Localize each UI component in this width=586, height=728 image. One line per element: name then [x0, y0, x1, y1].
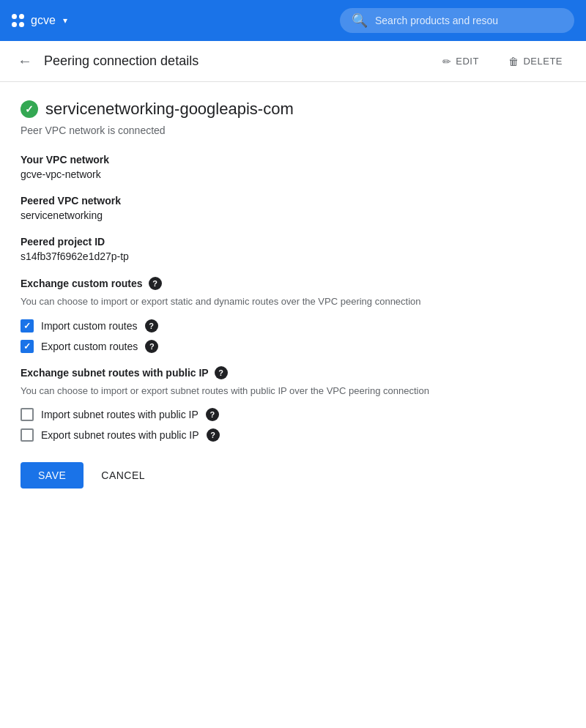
trash-icon — [508, 56, 519, 67]
custom-routes-help-icon[interactable]: ? — [149, 277, 162, 290]
search-bar[interactable]: 🔍 Search products and resou — [340, 8, 574, 33]
export-custom-routes-checkbox[interactable]: ✓ — [21, 340, 34, 353]
product-name: gcve — [31, 14, 56, 27]
export-custom-routes-check: ✓ — [23, 341, 31, 352]
peered-project-id-label: Peered project ID — [21, 236, 565, 248]
page-title: Peering connection details — [44, 53, 425, 69]
export-subnet-routes-row: Export subnet routes with public IP ? — [21, 428, 565, 442]
custom-routes-desc: You can choose to import or export stati… — [21, 294, 565, 309]
custom-routes-title-row: Exchange custom routes ? — [21, 277, 565, 290]
your-vpc-label: Your VPC network — [21, 154, 565, 166]
subnet-routes-title: Exchange subnet routes with public IP — [21, 367, 209, 379]
field-your-vpc: Your VPC network gcve-vpc-network — [21, 154, 565, 180]
action-bar: SAVE CANCEL — [21, 462, 565, 489]
export-subnet-routes-checkbox[interactable] — [21, 428, 34, 442]
cancel-button[interactable]: CANCEL — [95, 462, 151, 489]
resource-status: Peer VPC network is connected — [21, 125, 565, 136]
resource-title-row: servicenetworking-googleapis-com — [21, 100, 565, 119]
export-subnet-routes-help-icon[interactable]: ? — [207, 428, 220, 442]
import-subnet-routes-checkbox[interactable] — [21, 408, 34, 421]
subnet-routes-help-icon[interactable]: ? — [215, 366, 228, 379]
field-peered-project-id: Peered project ID s14fb37f6962e1d27p-tp — [21, 236, 565, 262]
app-logo[interactable]: gcve ▾ — [12, 14, 67, 27]
your-vpc-value: gcve-vpc-network — [21, 168, 565, 180]
peered-vpc-label: Peered VPC network — [21, 195, 565, 207]
status-connected-icon — [21, 100, 38, 118]
import-subnet-routes-help-icon[interactable]: ? — [206, 408, 219, 421]
export-custom-routes-help-icon[interactable]: ? — [145, 340, 158, 353]
resource-name: servicenetworking-googleapis-com — [45, 100, 294, 119]
import-custom-routes-help-icon[interactable]: ? — [145, 319, 158, 333]
export-custom-routes-label: Export custom routes — [41, 341, 138, 352]
edit-label: EDIT — [456, 56, 479, 67]
pencil-icon — [442, 56, 452, 67]
export-custom-routes-row: ✓ Export custom routes ? — [21, 340, 565, 353]
field-peered-vpc: Peered VPC network servicenetworking — [21, 195, 565, 221]
header-actions: EDIT DELETE — [437, 53, 568, 70]
import-subnet-routes-label: Import subnet routes with public IP — [41, 409, 199, 420]
search-placeholder-text: Search products and resou — [375, 15, 498, 26]
delete-button[interactable]: DELETE — [502, 53, 568, 70]
import-custom-routes-check: ✓ — [23, 321, 31, 331]
top-bar: gcve ▾ 🔍 Search products and resou — [0, 0, 586, 41]
export-subnet-routes-label: Export subnet routes with public IP — [41, 429, 199, 441]
logo-dots-icon — [12, 14, 25, 27]
import-custom-routes-label: Import custom routes — [41, 320, 138, 332]
subnet-routes-title-row: Exchange subnet routes with public IP ? — [21, 366, 565, 379]
custom-routes-title: Exchange custom routes — [21, 278, 143, 289]
import-subnet-routes-row: Import subnet routes with public IP ? — [21, 408, 565, 421]
secondary-header: ← Peering connection details EDIT DELETE — [0, 41, 586, 82]
subnet-routes-desc: You can choose to import or export subne… — [21, 384, 565, 398]
peered-project-id-value: s14fb37f6962e1d27p-tp — [21, 250, 565, 262]
delete-label: DELETE — [523, 56, 563, 67]
import-custom-routes-row: ✓ Import custom routes ? — [21, 319, 565, 333]
main-content: servicenetworking-googleapis-com Peer VP… — [0, 82, 586, 518]
search-icon: 🔍 — [352, 12, 368, 29]
product-chevron-icon[interactable]: ▾ — [63, 15, 67, 26]
back-button[interactable]: ← — [18, 53, 32, 70]
import-custom-routes-checkbox[interactable]: ✓ — [21, 319, 34, 333]
save-button[interactable]: SAVE — [21, 462, 84, 489]
edit-button[interactable]: EDIT — [437, 53, 485, 70]
peered-vpc-value: servicenetworking — [21, 209, 565, 221]
